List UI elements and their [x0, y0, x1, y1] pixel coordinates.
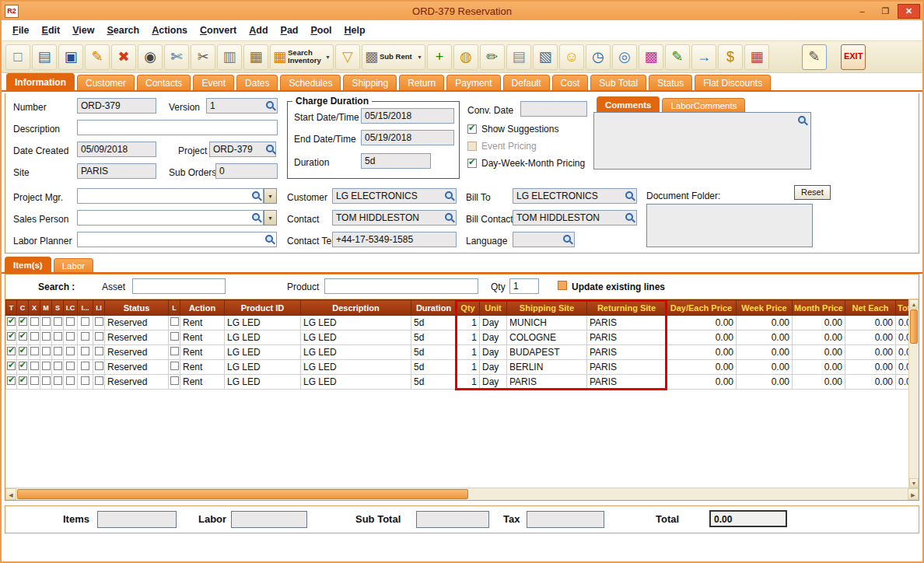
tab-items[interactable]: Item(s): [5, 257, 51, 272]
cell-description[interactable]: LG LED: [301, 360, 411, 375]
menu-item-file[interactable]: File: [8, 23, 34, 37]
checkbox-cell[interactable]: [17, 330, 29, 345]
cell-action[interactable]: Rent: [180, 345, 225, 360]
project-mgr-dropdown-arrow[interactable]: ▼: [264, 188, 277, 204]
checkbox-cell[interactable]: [40, 330, 52, 345]
cell-action[interactable]: Rent: [180, 330, 225, 345]
cell-month-price[interactable]: 0.00: [793, 316, 845, 330]
menu-item-convert[interactable]: Convert: [195, 23, 241, 37]
day-week-month-pricing-checkbox[interactable]: [467, 159, 477, 168]
sub-orders-field[interactable]: 0: [215, 163, 278, 179]
checkbox-cell[interactable]: [64, 345, 78, 360]
column-header-unit[interactable]: Unit: [480, 300, 507, 316]
cell-duration[interactable]: 5d: [411, 330, 457, 345]
cell-returning-site[interactable]: PARIS: [587, 345, 667, 360]
row-checkbox[interactable]: [170, 376, 179, 385]
checkbox-cell[interactable]: [169, 360, 180, 375]
coins-button[interactable]: $: [718, 44, 743, 70]
row-checkbox[interactable]: [170, 317, 179, 326]
cell-product-id[interactable]: LG LED: [225, 375, 301, 390]
description-field[interactable]: [77, 120, 278, 135]
menu-item-pad[interactable]: Pad: [276, 23, 303, 37]
project-lookup-icon[interactable]: [265, 144, 276, 155]
checkbox-cell[interactable]: [29, 360, 40, 375]
tab-information[interactable]: Information: [6, 73, 75, 90]
row-checkbox[interactable]: [95, 347, 103, 355]
column-header-status[interactable]: Status: [105, 300, 169, 316]
checkbox-cell[interactable]: [78, 330, 93, 345]
cell-week-price[interactable]: 0.00: [737, 360, 793, 375]
sales-person-lookup-icon[interactable]: [251, 212, 262, 223]
row-checkbox[interactable]: [66, 376, 75, 385]
menu-item-edit[interactable]: Edit: [37, 23, 65, 37]
row-checkbox[interactable]: [42, 376, 51, 385]
tab-shipping[interactable]: Shipping: [343, 75, 397, 90]
tab-cost[interactable]: Cost: [552, 75, 589, 90]
checkbox-cell[interactable]: [169, 375, 180, 390]
checkbox-cell[interactable]: [64, 330, 78, 345]
delete-button[interactable]: ✖: [111, 44, 136, 70]
cell-net-each[interactable]: 0.00: [845, 316, 896, 330]
checkbox-cell[interactable]: [78, 360, 93, 375]
new-button[interactable]: □: [5, 44, 30, 70]
row-checkbox[interactable]: [95, 317, 103, 326]
tab-event[interactable]: Event: [193, 75, 234, 90]
sub-rent-dropdown-arrow-icon[interactable]: ▼: [417, 54, 422, 60]
row-checkbox[interactable]: [66, 317, 75, 326]
table-row[interactable]: ReservedRentLG LEDLG LED5d1DayMUNICHPARI…: [6, 316, 910, 330]
number-field[interactable]: ORD-379: [77, 98, 156, 114]
menu-item-view[interactable]: View: [68, 23, 99, 37]
maximize-button[interactable]: ❐: [874, 4, 897, 19]
end-date-field[interactable]: 05/19/2018: [361, 130, 454, 145]
tab-flat-discounts[interactable]: Flat Discounts: [695, 75, 771, 90]
checkbox-cell[interactable]: [17, 316, 29, 330]
table-row[interactable]: ReservedRentLG LEDLG LED5d1DayBERLINPARI…: [6, 360, 910, 375]
checkbox-cell[interactable]: [40, 316, 52, 330]
checkbox-cell[interactable]: [169, 330, 180, 345]
cell-action[interactable]: Rent: [180, 360, 225, 375]
cell-duration[interactable]: 5d: [411, 316, 457, 330]
cut-special-button[interactable]: ✄: [164, 44, 189, 70]
cell-day-each-price[interactable]: 0.00: [667, 316, 737, 330]
row-checkbox[interactable]: [170, 362, 179, 370]
bill-contact-field[interactable]: TOM HIDDLESTON: [513, 210, 637, 226]
column-header-tot-[interactable]: Tot...: [896, 300, 910, 316]
cell-shipping-site[interactable]: PARIS: [507, 375, 587, 390]
column-header-i-i[interactable]: I.I: [93, 300, 105, 316]
checkbox-cell[interactable]: [78, 316, 93, 330]
checkbox-cell[interactable]: [40, 345, 52, 360]
column-header-day-each-price[interactable]: Day/Each Price: [667, 300, 737, 316]
cell-unit[interactable]: Day: [480, 360, 507, 375]
column-header-m[interactable]: M: [40, 300, 52, 316]
bill-to-field[interactable]: LG ELECTRONICS: [513, 188, 637, 204]
show-suggestions-checkbox[interactable]: [467, 124, 477, 134]
cell-week-price[interactable]: 0.00: [737, 375, 793, 390]
project-mgr-lookup-icon[interactable]: [251, 191, 262, 201]
column-header-returning-site[interactable]: Returning Site: [587, 300, 667, 316]
checkbox-cell[interactable]: [64, 360, 78, 375]
checkbox-cell[interactable]: [169, 345, 180, 360]
checkbox-cell[interactable]: [17, 375, 29, 390]
note-edit-button[interactable]: ✏: [480, 44, 505, 70]
row-checkbox[interactable]: [170, 347, 179, 355]
row-checkbox[interactable]: [42, 362, 51, 370]
sub-rent-button[interactable]: ▩Sub Rent▼: [362, 44, 425, 70]
tab-laborcomments[interactable]: LaborComments: [662, 98, 745, 112]
column-header-qty[interactable]: Qty: [457, 300, 480, 316]
cell-description[interactable]: LG LED: [301, 330, 411, 345]
cd-disc-button[interactable]: ◎: [612, 44, 637, 70]
cube-stack-button[interactable]: ▩: [639, 44, 663, 70]
checkbox-cell[interactable]: [40, 360, 52, 375]
cell-unit[interactable]: Day: [480, 375, 507, 390]
save-button[interactable]: ▣: [58, 44, 83, 70]
checkbox-cell[interactable]: [6, 375, 17, 390]
menu-item-actions[interactable]: Actions: [147, 23, 192, 37]
horizontal-scrollbar[interactable]: ◀ ▶: [5, 488, 919, 500]
vertical-scroll-thumb[interactable]: [910, 309, 918, 344]
row-checkbox[interactable]: [95, 332, 103, 341]
table-row[interactable]: ReservedRentLG LEDLG LED5d1DayPARISPARIS…: [6, 375, 910, 390]
menu-item-search[interactable]: Search: [102, 23, 144, 37]
checkbox-cell[interactable]: [6, 360, 17, 375]
column-header-net-each[interactable]: Net Each: [845, 300, 896, 316]
memo-button[interactable]: ✎: [665, 44, 690, 70]
